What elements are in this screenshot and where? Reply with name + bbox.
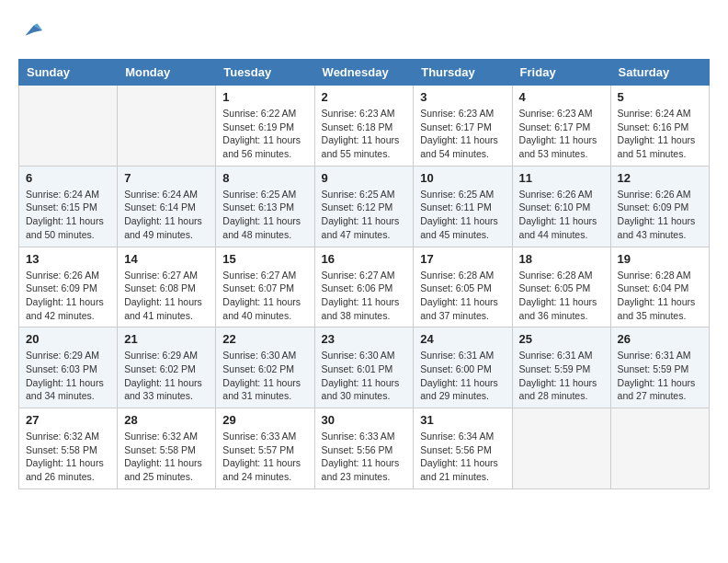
calendar-day-cell: 23Sunrise: 6:30 AMSunset: 6:01 PMDayligh… <box>314 327 414 408</box>
calendar-day-cell <box>118 86 216 167</box>
day-number: 27 <box>26 413 110 427</box>
day-number: 9 <box>322 171 407 185</box>
day-info: Sunrise: 6:28 AMSunset: 6:05 PMDaylight:… <box>519 269 604 323</box>
day-number: 3 <box>420 90 505 104</box>
day-info: Sunrise: 6:28 AMSunset: 6:05 PMDaylight:… <box>420 269 505 323</box>
day-number: 5 <box>618 90 702 104</box>
calendar-day-cell: 29Sunrise: 6:33 AMSunset: 5:57 PMDayligh… <box>216 408 314 489</box>
day-info: Sunrise: 6:29 AMSunset: 6:02 PMDaylight:… <box>124 349 209 403</box>
day-info: Sunrise: 6:23 AMSunset: 6:17 PMDaylight:… <box>519 107 604 161</box>
calendar-day-cell: 7Sunrise: 6:24 AMSunset: 6:14 PMDaylight… <box>118 166 216 247</box>
weekday-header: Saturday <box>610 60 709 86</box>
calendar-day-cell: 11Sunrise: 6:26 AMSunset: 6:10 PMDayligh… <box>512 166 610 247</box>
calendar-day-cell: 28Sunrise: 6:32 AMSunset: 5:58 PMDayligh… <box>118 408 216 489</box>
day-number: 11 <box>519 171 604 185</box>
day-info: Sunrise: 6:33 AMSunset: 5:57 PMDaylight:… <box>222 430 307 484</box>
day-number: 12 <box>618 171 702 185</box>
day-number: 10 <box>420 171 505 185</box>
calendar-header-row: SundayMondayTuesdayWednesdayThursdayFrid… <box>19 60 710 86</box>
calendar-day-cell: 14Sunrise: 6:27 AMSunset: 6:08 PMDayligh… <box>118 247 216 327</box>
weekday-header: Sunday <box>19 60 118 86</box>
weekday-header: Tuesday <box>216 60 314 86</box>
day-info: Sunrise: 6:33 AMSunset: 5:56 PMDaylight:… <box>322 430 407 484</box>
day-number: 4 <box>519 90 604 104</box>
day-info: Sunrise: 6:25 AMSunset: 6:13 PMDaylight:… <box>222 188 307 242</box>
calendar-day-cell: 27Sunrise: 6:32 AMSunset: 5:58 PMDayligh… <box>19 408 118 489</box>
day-number: 26 <box>618 332 702 346</box>
calendar-day-cell: 13Sunrise: 6:26 AMSunset: 6:09 PMDayligh… <box>19 247 118 327</box>
calendar-day-cell: 31Sunrise: 6:34 AMSunset: 5:56 PMDayligh… <box>414 408 512 489</box>
calendar-day-cell: 15Sunrise: 6:27 AMSunset: 6:07 PMDayligh… <box>216 247 314 327</box>
calendar-day-cell: 8Sunrise: 6:25 AMSunset: 6:13 PMDaylight… <box>216 166 314 247</box>
day-number: 15 <box>222 252 307 266</box>
day-info: Sunrise: 6:32 AMSunset: 5:58 PMDaylight:… <box>26 430 110 484</box>
day-number: 31 <box>420 413 505 427</box>
day-number: 8 <box>222 171 307 185</box>
day-info: Sunrise: 6:34 AMSunset: 5:56 PMDaylight:… <box>420 430 505 484</box>
weekday-header: Thursday <box>414 60 512 86</box>
weekday-header: Friday <box>512 60 610 86</box>
calendar-day-cell: 22Sunrise: 6:30 AMSunset: 6:02 PMDayligh… <box>216 327 314 408</box>
calendar-day-cell: 1Sunrise: 6:22 AMSunset: 6:19 PMDaylight… <box>216 86 314 167</box>
calendar-day-cell: 10Sunrise: 6:25 AMSunset: 6:11 PMDayligh… <box>414 166 512 247</box>
day-number: 2 <box>322 90 407 104</box>
calendar-day-cell: 12Sunrise: 6:26 AMSunset: 6:09 PMDayligh… <box>610 166 709 247</box>
calendar-day-cell: 2Sunrise: 6:23 AMSunset: 6:18 PMDaylight… <box>314 86 414 167</box>
calendar-day-cell: 9Sunrise: 6:25 AMSunset: 6:12 PMDaylight… <box>314 166 414 247</box>
day-info: Sunrise: 6:26 AMSunset: 6:09 PMDaylight:… <box>618 188 702 242</box>
day-info: Sunrise: 6:25 AMSunset: 6:12 PMDaylight:… <box>322 188 407 242</box>
day-number: 19 <box>618 252 702 266</box>
day-info: Sunrise: 6:24 AMSunset: 6:14 PMDaylight:… <box>124 188 209 242</box>
calendar-day-cell <box>19 86 118 167</box>
day-info: Sunrise: 6:27 AMSunset: 6:07 PMDaylight:… <box>222 269 307 323</box>
calendar-week-row: 6Sunrise: 6:24 AMSunset: 6:15 PMDaylight… <box>19 166 710 247</box>
day-info: Sunrise: 6:31 AMSunset: 6:00 PMDaylight:… <box>420 349 505 403</box>
calendar-day-cell: 4Sunrise: 6:23 AMSunset: 6:17 PMDaylight… <box>512 86 610 167</box>
calendar-day-cell: 24Sunrise: 6:31 AMSunset: 6:00 PMDayligh… <box>414 327 512 408</box>
day-info: Sunrise: 6:25 AMSunset: 6:11 PMDaylight:… <box>420 188 505 242</box>
day-number: 24 <box>420 332 505 346</box>
weekday-header: Monday <box>118 60 216 86</box>
calendar-week-row: 1Sunrise: 6:22 AMSunset: 6:19 PMDaylight… <box>19 86 710 167</box>
calendar-day-cell: 5Sunrise: 6:24 AMSunset: 6:16 PMDaylight… <box>610 86 709 167</box>
day-info: Sunrise: 6:24 AMSunset: 6:15 PMDaylight:… <box>26 188 110 242</box>
calendar-week-row: 13Sunrise: 6:26 AMSunset: 6:09 PMDayligh… <box>19 247 710 327</box>
calendar-day-cell: 19Sunrise: 6:28 AMSunset: 6:04 PMDayligh… <box>610 247 709 327</box>
calendar-day-cell: 25Sunrise: 6:31 AMSunset: 5:59 PMDayligh… <box>512 327 610 408</box>
day-number: 21 <box>124 332 209 346</box>
day-info: Sunrise: 6:30 AMSunset: 6:02 PMDaylight:… <box>222 349 307 403</box>
day-info: Sunrise: 6:31 AMSunset: 5:59 PMDaylight:… <box>519 349 604 403</box>
calendar-day-cell: 21Sunrise: 6:29 AMSunset: 6:02 PMDayligh… <box>118 327 216 408</box>
day-number: 1 <box>222 90 307 104</box>
weekday-header: Wednesday <box>314 60 414 86</box>
calendar-day-cell: 30Sunrise: 6:33 AMSunset: 5:56 PMDayligh… <box>314 408 414 489</box>
calendar-day-cell <box>512 408 610 489</box>
day-info: Sunrise: 6:31 AMSunset: 5:59 PMDaylight:… <box>618 349 702 403</box>
day-info: Sunrise: 6:26 AMSunset: 6:10 PMDaylight:… <box>519 188 604 242</box>
day-info: Sunrise: 6:26 AMSunset: 6:09 PMDaylight:… <box>26 269 110 323</box>
day-number: 28 <box>124 413 209 427</box>
day-number: 13 <box>26 252 110 266</box>
calendar-week-row: 20Sunrise: 6:29 AMSunset: 6:03 PMDayligh… <box>19 327 710 408</box>
day-info: Sunrise: 6:32 AMSunset: 5:58 PMDaylight:… <box>124 430 209 484</box>
day-info: Sunrise: 6:22 AMSunset: 6:19 PMDaylight:… <box>222 107 307 161</box>
day-number: 20 <box>26 332 110 346</box>
calendar-day-cell: 20Sunrise: 6:29 AMSunset: 6:03 PMDayligh… <box>19 327 118 408</box>
day-number: 25 <box>519 332 604 346</box>
logo <box>18 18 48 44</box>
day-info: Sunrise: 6:24 AMSunset: 6:16 PMDaylight:… <box>618 107 702 161</box>
calendar-day-cell: 26Sunrise: 6:31 AMSunset: 5:59 PMDayligh… <box>610 327 709 408</box>
day-number: 29 <box>222 413 307 427</box>
calendar-day-cell <box>610 408 709 489</box>
day-info: Sunrise: 6:28 AMSunset: 6:04 PMDaylight:… <box>618 269 702 323</box>
calendar-day-cell: 6Sunrise: 6:24 AMSunset: 6:15 PMDaylight… <box>19 166 118 247</box>
day-number: 18 <box>519 252 604 266</box>
calendar-week-row: 27Sunrise: 6:32 AMSunset: 5:58 PMDayligh… <box>19 408 710 489</box>
day-number: 7 <box>124 171 209 185</box>
day-number: 17 <box>420 252 505 266</box>
day-number: 22 <box>222 332 307 346</box>
day-info: Sunrise: 6:23 AMSunset: 6:17 PMDaylight:… <box>420 107 505 161</box>
day-number: 23 <box>322 332 407 346</box>
calendar-day-cell: 17Sunrise: 6:28 AMSunset: 6:05 PMDayligh… <box>414 247 512 327</box>
svg-marker-0 <box>25 25 42 35</box>
